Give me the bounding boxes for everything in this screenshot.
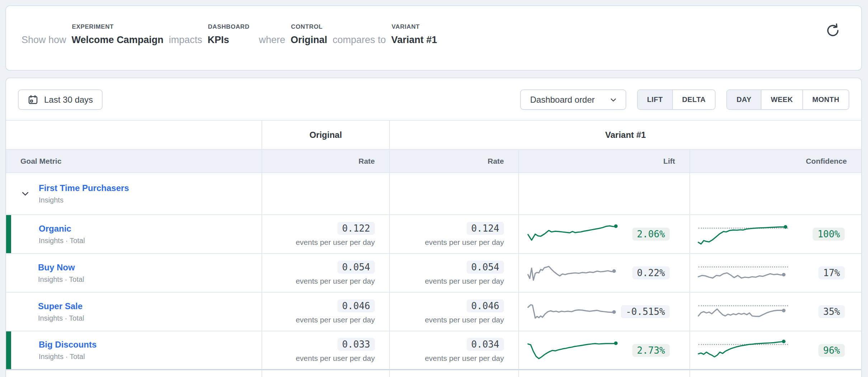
sparkline-end-dot: [612, 310, 616, 314]
segment-month[interactable]: MONTH: [802, 90, 849, 109]
variant-rate-value: 0.054: [467, 261, 504, 274]
confidence-value: 17%: [819, 266, 845, 279]
variant-picker[interactable]: VARIANT Variant #1: [391, 34, 437, 46]
metric-cell: Big Discounts Insights · Total: [6, 331, 261, 369]
date-range-button[interactable]: Last 30 days: [18, 89, 103, 110]
metric-source: Insights · Total: [39, 353, 261, 361]
segment-lift[interactable]: LIFT: [638, 90, 672, 109]
empty-cell: [518, 173, 689, 214]
rate-unit: events per user per day: [296, 277, 375, 285]
variant-rate-value: 0.124: [467, 222, 504, 235]
lift-cell: 0.22%: [518, 254, 689, 292]
metric-link[interactable]: Super Sale: [38, 301, 261, 311]
metric-cell: Organic Insights · Total: [6, 215, 261, 253]
metric-source: Insights · Total: [39, 237, 261, 245]
table-row-partial: [6, 370, 861, 377]
empty-cell: [261, 370, 389, 377]
metric-group-source: Insights: [39, 196, 129, 204]
control-label: CONTROL: [291, 21, 322, 33]
sparkline-end-dot: [614, 224, 618, 228]
confidence-cell: 35%: [689, 293, 861, 331]
confidence-sparkline: [698, 340, 788, 361]
lift-sparkline: [528, 223, 619, 245]
segment-week[interactable]: WEEK: [761, 90, 802, 109]
control-rate-cell: 0.046 events per user per day: [261, 293, 389, 331]
table-row: Organic Insights · Total 0.122 events pe…: [6, 215, 861, 254]
lift-cell: -0.515%: [518, 293, 689, 331]
segment-delta[interactable]: DELTA: [672, 90, 715, 109]
calendar-icon: [28, 94, 38, 105]
metric-link[interactable]: Organic: [39, 224, 261, 234]
report-toolbar: Last 30 days Dashboard order LIFT DELTA …: [18, 89, 849, 110]
chevron-down-icon: [609, 96, 618, 104]
confidence-value: 35%: [819, 305, 845, 318]
empty-cell: [389, 173, 518, 214]
confidence-value: 96%: [819, 344, 845, 357]
lift-value: -0.515%: [621, 305, 670, 318]
metric-link[interactable]: Buy Now: [38, 262, 261, 273]
refresh-icon: [825, 23, 841, 38]
segment-day[interactable]: DAY: [727, 90, 761, 109]
rate-unit: events per user per day: [296, 354, 375, 363]
empty-cell: [389, 370, 518, 377]
confidence-column-header: Confidence: [689, 150, 861, 172]
lift-value: 0.22%: [632, 266, 670, 279]
variant-rate-cell: 0.054 events per user per day: [389, 254, 518, 292]
metric-link[interactable]: Big Discounts: [39, 340, 261, 350]
confidence-sparkline: [698, 262, 788, 284]
query-builder-card: Show how EXPERIMENT Welcome Campaign imp…: [5, 5, 862, 71]
empty-cell: [689, 370, 861, 377]
sparkline-end-dot: [784, 225, 787, 229]
metric-source: Insights · Total: [38, 314, 261, 322]
confidence-sparkline: [698, 301, 788, 322]
dashboard-order-dropdown[interactable]: Dashboard order: [520, 89, 626, 110]
metric-group-row: First Time Purchasers Insights: [6, 173, 861, 215]
control-rate-cell: 0.054 events per user per day: [261, 254, 389, 292]
control-rate-cell: 0.033 events per user per day: [261, 331, 389, 369]
variant-value: Variant #1: [391, 34, 437, 45]
query-sentence: Show how EXPERIMENT Welcome Campaign imp…: [22, 34, 818, 46]
experiment-value: Welcome Campaign: [72, 34, 164, 45]
control-rate-value: 0.046: [338, 299, 375, 312]
table-row: Super Sale Insights · Total 0.046 events…: [6, 293, 861, 331]
granularity-toggle: DAY WEEK MONTH: [726, 89, 849, 110]
rate-unit: events per user per day: [425, 354, 504, 363]
dashboard-picker[interactable]: DASHBOARD KPIs: [208, 34, 229, 46]
variant-header-row: Original Variant #1: [6, 121, 861, 150]
metric-source: Insights · Total: [38, 275, 261, 284]
control-picker[interactable]: CONTROL Original: [291, 34, 327, 46]
variant-group-header: Variant #1: [389, 121, 861, 149]
confidence-cell: 17%: [689, 254, 861, 292]
control-rate-column-header: Rate: [261, 150, 389, 172]
lift-column-header: Lift: [518, 150, 689, 172]
refresh-button[interactable]: [824, 22, 841, 39]
empty-cell: [6, 370, 261, 377]
empty-cell: [261, 173, 389, 214]
control-rate-value: 0.054: [338, 261, 375, 274]
dashboard-label: DASHBOARD: [208, 21, 250, 33]
table-row: Big Discounts Insights · Total 0.033 eve…: [6, 331, 861, 370]
rate-unit: events per user per day: [425, 277, 504, 285]
dashboard-value: KPIs: [208, 34, 229, 45]
empty-header-cell: [6, 121, 261, 149]
sentence-word: compares to: [332, 34, 386, 46]
metric-group-cell: First Time Purchasers Insights: [6, 173, 261, 214]
variant-rate-cell: 0.046 events per user per day: [389, 293, 518, 331]
metric-group-link[interactable]: First Time Purchasers: [39, 183, 129, 193]
collapse-chevron-icon[interactable]: [20, 189, 30, 199]
lift-cell: 2.73%: [518, 331, 689, 369]
experiment-picker[interactable]: EXPERIMENT Welcome Campaign: [72, 34, 164, 46]
significance-bar: [6, 331, 11, 369]
metric-cell: Super Sale Insights · Total: [6, 293, 261, 331]
lift-sparkline: [528, 340, 619, 361]
lift-value: 2.73%: [632, 344, 670, 357]
variant-rate-value: 0.034: [467, 338, 504, 351]
toolbar-right-group: Dashboard order LIFT DELTA DAY WEEK MONT…: [520, 89, 849, 110]
goal-metric-column-header: Goal Metric: [6, 150, 261, 172]
sparkline-end-dot: [782, 309, 786, 312]
significance-bar: [6, 215, 11, 253]
date-range-label: Last 30 days: [44, 95, 93, 105]
empty-cell: [689, 173, 861, 214]
results-table: Original Variant #1 Goal Metric Rate Rat…: [6, 120, 861, 377]
control-value: Original: [291, 34, 327, 45]
